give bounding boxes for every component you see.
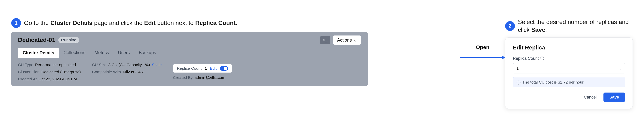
step2-badge: 2 (505, 21, 515, 31)
created-by-value: admin@zilliz.com (194, 75, 225, 80)
arrow-line (460, 57, 502, 58)
cluster-tabs: Cluster Details Collections Metrics User… (11, 48, 368, 58)
tab-metrics[interactable]: Metrics (90, 48, 113, 58)
actions-button[interactable]: Actions ⌄ (333, 35, 361, 45)
cluster-name: Dedicated-01 (18, 36, 55, 43)
step2-text: Select the desired number of replicas an… (518, 18, 633, 34)
cluster-header-right: >_ Actions ⌄ (320, 35, 361, 45)
arrow-connector (460, 56, 505, 59)
cluster-plan-field: Cluster Plan Dedicated (Enterprise) (18, 70, 81, 74)
created-by-label: Created By (173, 75, 193, 80)
right-column: 2 Select the desired number of replicas … (505, 18, 633, 109)
chevron-down-icon: ⌄ (353, 37, 357, 43)
cluster-panel: Dedicated-01 Running >_ Actions ⌄ Cluste… (11, 32, 368, 86)
created-at-field: Created At Oct 22, 2024 4:04 PM (18, 77, 81, 81)
replica-count-value: 1 (205, 66, 207, 71)
tab-backups[interactable]: Backups (134, 48, 160, 58)
clock-icon: ◯ (516, 80, 520, 85)
step1-badge: 1 (11, 18, 21, 28)
open-label: Open (476, 44, 490, 50)
terminal-icon: >_ (323, 38, 328, 42)
created-by-field: Created By admin@zilliz.com (173, 75, 232, 80)
tab-collections[interactable]: Collections (59, 48, 90, 58)
edit-replica-dialog: Edit Replica Replica Count i 1 2 3 ⌄ ◯ T… (505, 37, 633, 109)
compatible-with-value: Milvus 2.4.x (123, 70, 144, 74)
cu-type-field: CU Type Performance-optimized (18, 63, 81, 67)
replica-count-select[interactable]: 1 2 3 (513, 63, 625, 73)
dialog-actions: Cancel Save (513, 93, 625, 102)
compatible-with-field: Compatible With Milvus 2.4.x (92, 70, 162, 74)
cost-info: ◯ The total CU cost is $1.72 per hour. (513, 77, 625, 87)
dialog-title: Edit Replica (513, 44, 625, 51)
cost-info-text: The total CU cost is $1.72 per hour. (522, 80, 584, 85)
cluster-content: CU Type Performance-optimized Cluster Pl… (11, 58, 368, 86)
replica-count-label: Replica Count (177, 66, 202, 71)
cluster-col-2: CU Size 8 CU (CU Capacity 1%) Scale Comp… (92, 63, 162, 81)
scale-link[interactable]: Scale (152, 63, 162, 67)
compatible-with-label: Compatible With (92, 70, 121, 74)
save-button[interactable]: Save (604, 93, 625, 102)
replica-count-box: Replica Count 1 Edit (173, 64, 232, 73)
replica-count-select-wrapper: 1 2 3 ⌄ (513, 63, 625, 73)
replica-area: Replica Count 1 Edit Created By admin@zi… (173, 63, 232, 81)
replica-count-form-label: Replica Count i (513, 56, 625, 61)
info-icon[interactable]: i (540, 57, 544, 60)
actions-label: Actions (337, 37, 352, 43)
tab-users[interactable]: Users (114, 48, 134, 58)
cluster-plan-value: Dedicated (Enterprise) (41, 70, 81, 74)
arrow-head (502, 56, 505, 59)
cancel-button[interactable]: Cancel (580, 93, 600, 102)
cu-type-label: CU Type (18, 63, 33, 67)
terminal-button[interactable]: >_ (320, 36, 330, 44)
cu-size-field: CU Size 8 CU (CU Capacity 1%) Scale (92, 63, 162, 67)
status-badge: Running (58, 37, 79, 43)
cluster-title-area: Dedicated-01 Running (18, 36, 79, 43)
tab-cluster-details[interactable]: Cluster Details (18, 48, 59, 58)
step2-instruction: 2 Select the desired number of replicas … (505, 18, 633, 34)
cluster-plan-label: Cluster Plan (18, 70, 40, 74)
created-at-value: Oct 22, 2024 4:04 PM (38, 77, 77, 81)
replica-toggle[interactable] (220, 66, 228, 71)
step1-text: Go to the Cluster Details page and click… (24, 19, 237, 27)
replica-count-form-label-text: Replica Count (513, 56, 539, 61)
cu-type-value: Performance-optimized (35, 63, 76, 67)
cluster-col-1: CU Type Performance-optimized Cluster Pl… (18, 63, 81, 81)
cluster-header: Dedicated-01 Running >_ Actions ⌄ (11, 32, 368, 48)
edit-replica-link[interactable]: Edit (210, 66, 216, 71)
created-at-label: Created At (18, 77, 36, 81)
cu-size-label: CU Size (92, 63, 106, 67)
cu-size-value: 8 CU (CU Capacity 1%) (108, 63, 150, 67)
connector-area: Open (460, 18, 505, 59)
step1-instruction: 1 Go to the Cluster Details page and cli… (11, 18, 460, 28)
